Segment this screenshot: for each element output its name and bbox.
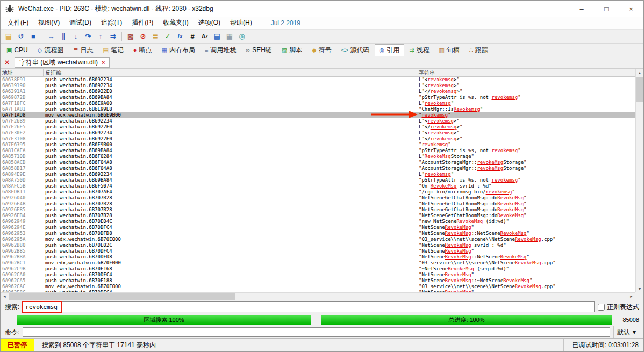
close-all-tabs-button[interactable]: × (2, 58, 12, 67)
horizontal-scrollbar[interactable]: ◄ ► (1, 292, 635, 300)
table-row[interactable]: 6A96294Epush wechatwin.6B70DFC4"NetScene… (1, 225, 635, 231)
close-tab-icon[interactable]: × (102, 59, 105, 66)
table-row[interactable]: 6A81CAEApush wechatwin.6B69BA84"pStrType… (1, 148, 635, 154)
tab-strings-result[interactable]: 字符串 (区域 wechatwin.dll) × (15, 57, 110, 68)
vertical-scroll-thumb[interactable] (636, 77, 643, 102)
table-row[interactable]: 6A7F18FCpush wechatwin.6B6E9A00L"revokem… (1, 100, 635, 106)
menu-item[interactable]: 视图(V) (33, 17, 65, 29)
tab-threads[interactable]: ⇉线程 (404, 44, 434, 56)
table-row[interactable]: 6A8AFC5Bpush wechatwin.6B6F5074"On Revok… (1, 183, 635, 189)
menu-item[interactable]: 插件(P) (127, 17, 158, 29)
tab-cpu[interactable]: ▣CPU (2, 44, 33, 56)
tab-seh[interactable]: ∞SEH链 (241, 44, 277, 56)
tab-source[interactable]: <>源代码 (337, 44, 375, 56)
table-row[interactable]: 6A85710Dpush wechatwin.6B6F0284L"RevokeM… (1, 154, 635, 160)
table-row[interactable]: 6A858B17push wechatwin.6B6F04A8"AccountS… (1, 166, 635, 171)
table-row[interactable]: 6A639190push wechatwin.6B692234L"<revoke… (1, 83, 635, 89)
scroll-right-icon[interactable]: ► (627, 293, 635, 300)
restart-icon[interactable]: ↺ (15, 31, 27, 42)
command-input[interactable] (23, 327, 610, 337)
menu-item[interactable]: 追踪(T) (96, 17, 127, 29)
table-row[interactable]: 6A7F26B9push wechatwin.6B692234L"<revoke… (1, 118, 635, 124)
tab-breakpoints[interactable]: ●断点 (128, 44, 157, 56)
table-row[interactable]: 6A962B80push wechatwin.6B70E02C"NetScene… (1, 242, 635, 248)
menu-item[interactable]: 帮助(H) (225, 17, 257, 29)
step-over-icon[interactable]: ↷ (82, 31, 94, 42)
minimize-button[interactable]: – (569, 1, 594, 17)
table-row[interactable]: 6A926E85push wechatwin.6B707B28"NetScene… (1, 207, 635, 213)
tab-script[interactable]: ▨脚本 (277, 44, 307, 56)
table-row[interactable]: 6A962B85push wechatwin.6B70DFC4"NetScene… (1, 248, 635, 254)
grid-icon[interactable]: ▦ (224, 31, 235, 42)
table-row[interactable]: 6A7F3108push wechatwin.6B6922E0L"</revok… (1, 136, 635, 142)
table-row[interactable]: 6A858ACDpush wechatwin.6B6F04A8"AccountS… (1, 160, 635, 166)
table-row[interactable]: 6A926D40push wechatwin.6B707B28"NetScene… (1, 195, 635, 201)
table-row[interactable]: 6A926E4Bpush wechatwin.6B707B28"NetScene… (1, 201, 635, 207)
trace-into-icon[interactable]: ⇉ (107, 31, 119, 42)
table-row[interactable]: 6A7F26E5push wechatwin.6B6922E0L"</revok… (1, 124, 635, 130)
table-row[interactable]: 6A8FDB11push wechatwin.6B707AF4"/cgi-bin… (1, 189, 635, 195)
tab-notes[interactable]: ▤笔记 (98, 44, 128, 56)
table-row[interactable]: 6A926FB4push wechatwin.6B707B28"NetScene… (1, 213, 635, 219)
close-button[interactable]: × (619, 1, 643, 17)
regex-checkbox[interactable] (598, 304, 605, 311)
menu-item[interactable]: 文件(F) (3, 17, 33, 29)
step-out-icon[interactable]: ↑ (95, 31, 106, 42)
scroll-up-icon[interactable]: ▲ (636, 69, 643, 76)
close-debuggee-icon[interactable]: ■ (27, 31, 39, 42)
comment-icon[interactable]: ≣ (149, 31, 161, 42)
tab-trace[interactable]: ∴跟踪 (464, 44, 493, 56)
menu-item[interactable]: 收藏夹(I) (158, 17, 193, 29)
table-row[interactable]: 6A962CA5push wechatwin.6B70E188"NetScene… (1, 278, 635, 284)
tab-references[interactable]: ◎引用 (375, 44, 405, 56)
table-row[interactable]: 6A962CACmov edx,wechatwin.6B70E000"03_se… (1, 284, 635, 290)
search-input[interactable] (23, 301, 595, 312)
table-row[interactable]: 6A7F30E2push wechatwin.6B692234L"<revoke… (1, 130, 635, 136)
run-icon[interactable]: → (45, 31, 57, 42)
tab-symbols[interactable]: ◆符号 (307, 44, 336, 56)
table-row[interactable]: 6A69872Dpush wechatwin.6B69BA84"pStrType… (1, 95, 635, 100)
table-row[interactable]: 6A962CA0push wechatwin.6B70DFC4"NetScene… (1, 272, 635, 278)
tab-call-stack[interactable]: ≡调用堆栈 (200, 44, 241, 56)
column-header-string[interactable]: 字符串 (417, 69, 635, 76)
vertical-scrollbar[interactable]: ▲ ▼ (635, 69, 643, 292)
table-row[interactable]: 6A894E9Epush wechatwin.6B692234L"revokem… (1, 171, 635, 177)
table-row[interactable]: 6A7F1AD8mov ecx,wechatwin.6B6E9B00"revok… (1, 112, 635, 118)
table-row[interactable]: 6A96295Amov edx,wechatwin.6B70E000"03_se… (1, 236, 635, 242)
scroll-down-icon[interactable]: ▼ (636, 285, 643, 292)
table-row[interactable]: 6A638F91push wechatwin.6B692234L"<revoke… (1, 77, 635, 83)
table-row[interactable]: 6A962C9Bpush wechatwin.6B70E168"~NetScen… (1, 266, 635, 272)
tab-handles[interactable]: ▥句柄 (434, 44, 464, 56)
step-into-icon[interactable]: ↓ (70, 31, 82, 42)
strings-icon[interactable]: Az (199, 31, 211, 42)
tab-memory-map[interactable]: ▦内存布局 (157, 44, 200, 56)
preferences-icon[interactable]: ▩ (125, 31, 137, 42)
maximize-button[interactable]: □ (594, 1, 619, 17)
disasm-cell: push wechatwin.6B69BA84 (44, 177, 417, 183)
table-row[interactable]: 6A962949push wechatwin.6B70E04C"new NetS… (1, 219, 635, 225)
column-header-disassembly[interactable]: 反汇编 (44, 69, 417, 76)
pause-icon[interactable]: ∥ (58, 31, 69, 42)
table-row[interactable]: 6A8A750Dpush wechatwin.6B69BA84"pStrType… (1, 177, 635, 183)
breakpoint-toggle-icon[interactable]: ⊘ (137, 31, 149, 42)
menu-item[interactable]: 选项(O) (194, 17, 225, 29)
tab-graph[interactable]: ◇流程图 (33, 44, 68, 56)
patches-icon[interactable]: ✓ (162, 31, 174, 42)
table-row[interactable]: 6A962BC1mov edx,wechatwin.6B70E000"03_se… (1, 260, 635, 266)
hash-icon[interactable]: # (187, 31, 198, 42)
memory-icon[interactable]: ▤ (211, 31, 223, 42)
table-row[interactable]: 6A6391A1push wechatwin.6B6922E0L"</revok… (1, 89, 635, 95)
table-row[interactable]: 6A962BBApush wechatwin.6B70DFD8"NetScene… (1, 254, 635, 260)
menu-item[interactable]: 调试(D) (65, 17, 96, 29)
functions-icon[interactable]: fx (174, 31, 186, 42)
column-header-address[interactable]: 地址 (1, 69, 44, 76)
command-profile-dropdown[interactable]: 默认 ▾ (613, 326, 639, 338)
table-row[interactable]: 6A7F6395push wechatwin.6B6E9B00"revokems… (1, 142, 635, 148)
horizontal-scroll-thumb[interactable] (9, 293, 235, 300)
tab-log[interactable]: ≣日志 (68, 44, 98, 56)
globe-icon[interactable]: ◎ (236, 31, 248, 42)
table-row[interactable]: 6A962953push wechatwin.6B70DFD8"NetScene… (1, 231, 635, 236)
scroll-left-icon[interactable]: ◄ (1, 293, 9, 300)
open-file-icon[interactable]: ▤ (3, 31, 15, 42)
table-row[interactable]: 6A7F1AB1push wechatwin.6B6E99E8"ChatMgr:… (1, 106, 635, 112)
